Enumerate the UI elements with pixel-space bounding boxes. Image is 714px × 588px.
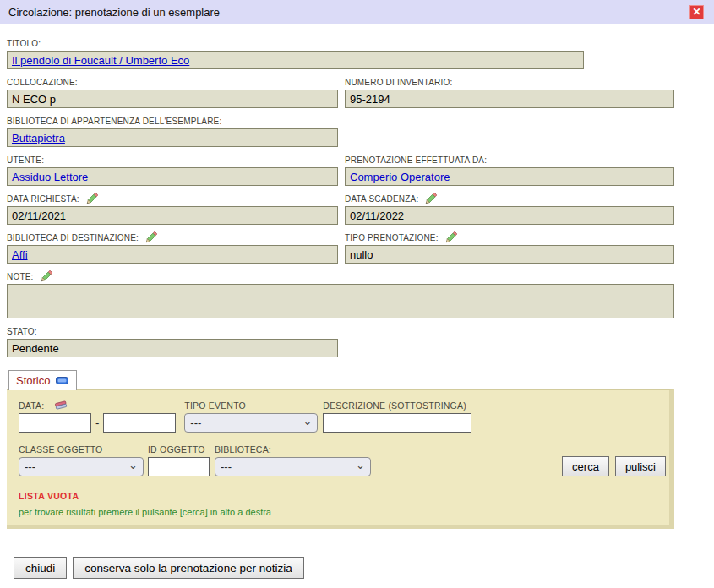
row-collocazione-inventario: COLLOCAZIONE: N ECO p NUMERO DI INVENTAR…	[7, 77, 674, 116]
storico-biblioteca-group: BIBLIOTECA: --- ⌄	[215, 444, 371, 476]
titolo-link[interactable]: Il pendolo di Foucault / Umberto Eco	[12, 54, 189, 67]
edit-pencil-icon[interactable]	[444, 232, 456, 244]
field-group-stato: STATO: Pendente	[7, 326, 674, 357]
biblioteca-destinazione-link[interactable]: Affi	[12, 248, 28, 261]
data-richiesta-label: DATA RICHIESTA:	[7, 194, 79, 204]
empty-list-title: LISTA VUOTA	[19, 491, 666, 501]
stato-label: STATO:	[7, 326, 674, 337]
stato-field: Pendente	[7, 339, 338, 357]
titolo-label: TITOLO:	[7, 38, 674, 49]
field-group-biblioteca-appartenenza: BIBLIOTECA DI APPARTENENZA DELL'ESEMPLAR…	[7, 116, 338, 147]
field-group-numero-inventario: NUMERO DI INVENTARIO: 95-2194	[345, 77, 674, 108]
edit-pencil-icon[interactable]	[144, 232, 156, 244]
edit-pencil-icon[interactable]	[40, 271, 52, 283]
form-content: TITOLO: Il pendolo di Foucault / Umberto…	[7, 38, 674, 579]
pulisci-button[interactable]: pulisci	[615, 456, 666, 476]
id-oggetto-input[interactable]	[148, 457, 210, 476]
tipo-evento-label: TIPO EVENTO	[184, 400, 318, 411]
utente-field: Assiduo Lettore	[7, 167, 338, 186]
biblioteca-appartenenza-link[interactable]: Buttapietra	[12, 132, 65, 144]
row-utente-prenotazione: UTENTE: Assiduo Lettore PRENOTAZIONE EFF…	[7, 155, 674, 193]
empty-list-hint: per trovare risultati premere il pulsant…	[19, 507, 666, 517]
numero-inventario-label: NUMERO DI INVENTARIO:	[345, 77, 674, 88]
note-label: NOTE:	[7, 272, 34, 281]
biblioteca-select[interactable]: ---	[215, 457, 371, 476]
prenotazione-da-field: Comperio Operatore	[345, 167, 674, 186]
row-date: DATA RICHIESTA: 02/11/2021 DATA SCADENZA…	[7, 193, 674, 232]
classe-oggetto-label: CLASSE OGGETTO	[19, 444, 144, 455]
tab-storico[interactable]: Storico	[8, 370, 77, 390]
field-group-utente: UTENTE: Assiduo Lettore	[7, 155, 338, 186]
storico-id-oggetto-group: ID OGGETTO	[148, 444, 210, 476]
biblioteca-appartenenza-field: Buttapietra	[7, 128, 338, 147]
collocazione-label: COLLOCAZIONE:	[7, 77, 338, 88]
field-group-tipo-prenotazione: TIPO PRENOTAZIONE: nullo	[345, 232, 674, 264]
storico-tipo-evento-group: TIPO EVENTO --- ⌄	[184, 400, 318, 433]
data-scadenza-label: DATA SCADENZA:	[345, 194, 418, 204]
utente-label: UTENTE:	[7, 155, 338, 166]
id-oggetto-label: ID OGGETTO	[148, 444, 210, 455]
edit-pencil-icon[interactable]	[85, 193, 97, 205]
field-group-note: NOTE:	[7, 271, 674, 318]
storico-classe-oggetto-group: CLASSE OGGETTO --- ⌄	[19, 444, 144, 476]
edit-pencil-icon[interactable]	[424, 193, 436, 205]
close-icon[interactable]: ✕	[689, 5, 704, 19]
biblioteca-appartenenza-label: BIBLIOTECA DI APPARTENENZA DELL'ESEMPLAR…	[7, 116, 338, 127]
field-group-data-scadenza: DATA SCADENZA: 02/11/2022	[345, 193, 674, 225]
date-range-separator: -	[95, 416, 99, 429]
storico-data-from-input[interactable]	[19, 413, 91, 433]
biblioteca-destinazione-field: Affi	[7, 245, 338, 264]
tipo-prenotazione-label: TIPO PRENOTAZIONE:	[345, 233, 439, 242]
storico-section: Storico DATA:	[7, 370, 674, 529]
storico-row-2: CLASSE OGGETTO --- ⌄ ID OGGETTO BIBLIOTE…	[19, 444, 666, 476]
prenotazione-da-label: PRENOTAZIONE EFFETTUATA DA:	[345, 155, 674, 166]
utente-link[interactable]: Assiduo Lettore	[12, 171, 88, 183]
prenotazione-da-link[interactable]: Comperio Operatore	[350, 171, 450, 183]
window-titlebar: Circolazione: prenotazione di un esempla…	[0, 0, 714, 24]
conserva-button[interactable]: conserva solo la prenotazione per notizi…	[73, 557, 303, 579]
field-group-prenotazione-da: PRENOTAZIONE EFFETTUATA DA: Comperio Ope…	[345, 155, 674, 186]
eraser-icon[interactable]	[54, 400, 68, 411]
footer-actions: chiudi conserva solo la prenotazione per…	[14, 557, 674, 579]
data-richiesta-field: 02/11/2021	[7, 206, 338, 225]
storico-data-group: DATA: -	[19, 400, 176, 433]
field-group-biblioteca-destinazione: BIBLIOTECA DI DESTINAZIONE: Affi	[7, 232, 338, 264]
storico-descrizione-group: DESCRIZIONE (SOTTOSTRINGA)	[323, 400, 471, 433]
field-group-data-richiesta: DATA RICHIESTA: 02/11/2021	[7, 193, 338, 225]
descrizione-input[interactable]	[323, 413, 471, 433]
window-title: Circolazione: prenotazione di un esempla…	[8, 6, 220, 19]
biblioteca-filter-label: BIBLIOTECA:	[215, 444, 371, 455]
data-scadenza-field: 02/11/2022	[345, 206, 674, 225]
tipo-evento-select[interactable]: ---	[184, 413, 318, 433]
chiudi-button[interactable]: chiudi	[14, 557, 67, 579]
storico-data-to-input[interactable]	[103, 413, 176, 433]
tipo-prenotazione-field: nullo	[345, 245, 674, 264]
numero-inventario-field: 95-2194	[345, 90, 674, 108]
storico-panel: DATA: - TI	[7, 389, 674, 529]
descrizione-label: DESCRIZIONE (SOTTOSTRINGA)	[323, 400, 471, 411]
cerca-button[interactable]: cerca	[562, 456, 609, 476]
field-group-titolo: TITOLO: Il pendolo di Foucault / Umberto…	[7, 38, 674, 69]
note-field	[7, 284, 674, 318]
titolo-field: Il pendolo di Foucault / Umberto Eco	[7, 51, 584, 69]
storico-data-label: DATA:	[19, 400, 44, 411]
biblioteca-destinazione-label: BIBLIOTECA DI DESTINAZIONE:	[7, 233, 139, 242]
storico-row-1: DATA: - TI	[19, 400, 666, 433]
classe-oggetto-select[interactable]: ---	[19, 457, 144, 476]
collapse-pill-icon	[56, 377, 68, 384]
tab-storico-label: Storico	[16, 374, 50, 387]
collocazione-field: N ECO p	[7, 90, 338, 108]
row-destinazione-tipo: BIBLIOTECA DI DESTINAZIONE: Affi TIPO PR…	[7, 232, 674, 271]
field-group-collocazione: COLLOCAZIONE: N ECO p	[7, 77, 338, 108]
